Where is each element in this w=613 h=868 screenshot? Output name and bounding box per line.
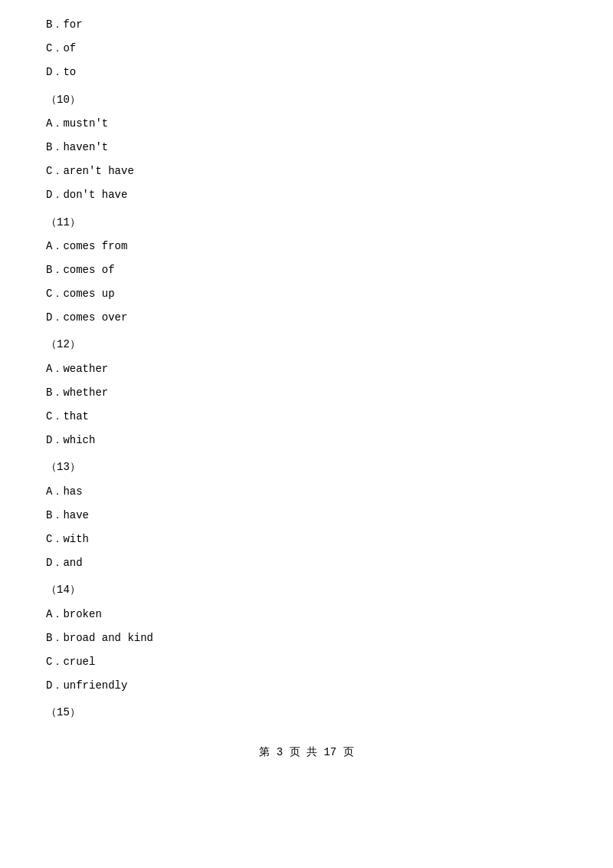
q10-option-d: D．don't have <box>46 186 567 205</box>
question-11-num: （11） <box>46 213 567 232</box>
q13-option-b: B．have <box>46 506 567 525</box>
page-footer: 第 3 页 共 17 页 <box>46 745 567 759</box>
question-13-num: （13） <box>46 458 567 477</box>
q14-option-d: D．unfriendly <box>46 676 567 695</box>
q11-option-a: A．comes from <box>46 237 567 256</box>
q12-option-b: B．whether <box>46 383 567 403</box>
q14-option-a: A．broken <box>46 605 567 624</box>
q12-option-c: C．that <box>46 407 567 426</box>
q12-option-d: D．which <box>46 431 567 450</box>
q11-option-d: D．comes over <box>46 308 567 327</box>
question-15-num: （15） <box>46 703 567 722</box>
q14-option-b: B．broad and kind <box>46 629 567 648</box>
option-c-of: C．of <box>46 39 567 58</box>
option-d-to: D．to <box>46 63 567 82</box>
q13-option-c: C．with <box>46 530 567 549</box>
question-12-num: （12） <box>46 335 567 354</box>
q13-option-d: D．and <box>46 554 567 573</box>
question-14-num: （14） <box>46 580 567 600</box>
question-10-num: （10） <box>46 90 567 110</box>
q14-option-c: C．cruel <box>46 653 567 672</box>
q12-option-a: A．weather <box>46 360 567 379</box>
q11-option-c: C．comes up <box>46 284 567 304</box>
q11-option-b: B．comes of <box>46 261 567 280</box>
q10-option-c: C．aren't have <box>46 162 567 181</box>
page-content: B．for C．of D．to （10） A．mustn't B．haven't… <box>46 15 567 759</box>
q10-option-a: A．mustn't <box>46 114 567 133</box>
option-b-for: B．for <box>46 15 567 35</box>
q13-option-a: A．has <box>46 482 567 501</box>
q10-option-b: B．haven't <box>46 138 567 157</box>
